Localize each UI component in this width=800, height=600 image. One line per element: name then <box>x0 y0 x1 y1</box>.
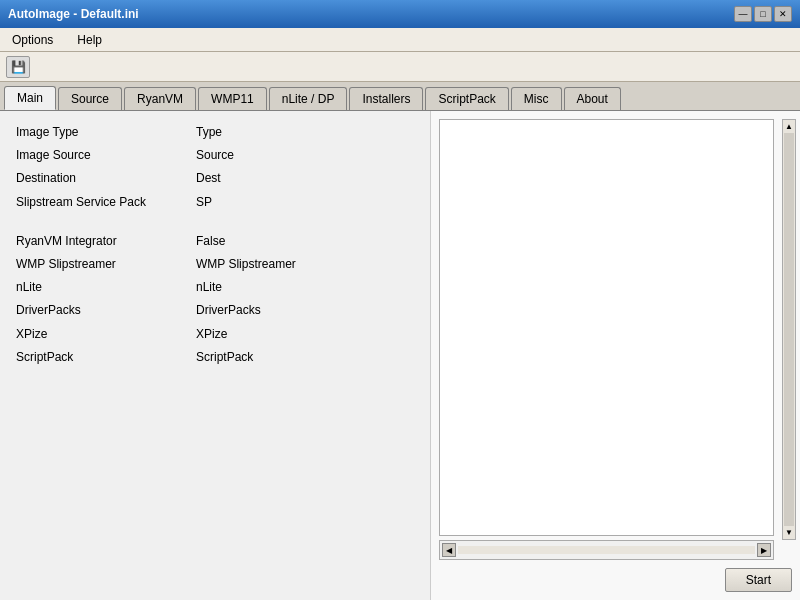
scroll-track-x[interactable] <box>458 546 755 554</box>
tab-bar: Main Source RyanVM WMP11 nLite / DP Inst… <box>0 82 800 110</box>
window-title: AutoImage - Default.ini <box>8 7 139 21</box>
row-destination: Destination Dest <box>16 169 414 188</box>
tab-main[interactable]: Main <box>4 86 56 110</box>
label-destination: Destination <box>16 169 196 188</box>
scroll-left-arrow[interactable]: ◀ <box>442 543 456 557</box>
value-image-type: Type <box>196 123 222 142</box>
save-icon: 💾 <box>11 60 26 74</box>
tab-nlite-dp[interactable]: nLite / DP <box>269 87 348 110</box>
value-scriptpack: ScriptPack <box>196 348 253 367</box>
menu-options[interactable]: Options <box>8 31 57 49</box>
log-container: ◀ ▶ <box>431 111 782 564</box>
value-nlite: nLite <box>196 278 222 297</box>
label-slipstream: Slipstream Service Pack <box>16 193 196 212</box>
tab-scriptpack[interactable]: ScriptPack <box>425 87 508 110</box>
left-panel: Image Type Type Image Source Source Dest… <box>0 111 430 600</box>
tab-misc[interactable]: Misc <box>511 87 562 110</box>
value-destination: Dest <box>196 169 221 188</box>
row-xpize: XPize XPize <box>16 325 414 344</box>
row-scriptpack: ScriptPack ScriptPack <box>16 348 414 367</box>
tab-about[interactable]: About <box>564 87 621 110</box>
start-btn-area: Start <box>431 564 800 600</box>
scroll-right-arrow[interactable]: ▶ <box>757 543 771 557</box>
menu-bar: Options Help <box>0 28 800 52</box>
tab-content: Image Type Type Image Source Source Dest… <box>0 110 800 600</box>
label-scriptpack: ScriptPack <box>16 348 196 367</box>
row-slipstream: Slipstream Service Pack SP <box>16 193 414 212</box>
row-image-source: Image Source Source <box>16 146 414 165</box>
value-image-source: Source <box>196 146 234 165</box>
label-image-type: Image Type <box>16 123 196 142</box>
save-button[interactable]: 💾 <box>6 56 30 78</box>
value-slipstream: SP <box>196 193 212 212</box>
label-xpize: XPize <box>16 325 196 344</box>
scroll-thumb[interactable] <box>784 133 794 526</box>
close-button[interactable]: ✕ <box>774 6 792 22</box>
log-area[interactable] <box>439 119 774 536</box>
tab-wmp11[interactable]: WMP11 <box>198 87 267 110</box>
value-xpize: XPize <box>196 325 227 344</box>
label-ryanvm: RyanVM Integrator <box>16 232 196 251</box>
label-wmp: WMP Slipstreamer <box>16 255 196 274</box>
row-wmp: WMP Slipstreamer WMP Slipstreamer <box>16 255 414 274</box>
horizontal-scrollbar[interactable]: ◀ ▶ <box>439 540 774 560</box>
row-ryanvm: RyanVM Integrator False <box>16 232 414 251</box>
scroll-up-arrow[interactable]: ▲ <box>785 122 793 131</box>
toolbar: 💾 <box>0 52 800 82</box>
right-panel: ◀ ▶ ▲ ▼ Start <box>430 111 800 600</box>
tab-installers[interactable]: Installers <box>349 87 423 110</box>
label-driverpacks: DriverPacks <box>16 301 196 320</box>
menu-help[interactable]: Help <box>73 31 106 49</box>
scroll-down-arrow[interactable]: ▼ <box>785 528 793 537</box>
start-button[interactable]: Start <box>725 568 792 592</box>
label-nlite: nLite <box>16 278 196 297</box>
minimize-button[interactable]: — <box>734 6 752 22</box>
tab-source[interactable]: Source <box>58 87 122 110</box>
maximize-button[interactable]: □ <box>754 6 772 22</box>
vertical-scrollbar[interactable]: ▲ ▼ <box>782 119 796 540</box>
main-content: Main Source RyanVM WMP11 nLite / DP Inst… <box>0 82 800 600</box>
info-table: Image Type Type Image Source Source Dest… <box>16 123 414 367</box>
row-image-type: Image Type Type <box>16 123 414 142</box>
value-wmp: WMP Slipstreamer <box>196 255 296 274</box>
row-nlite: nLite nLite <box>16 278 414 297</box>
right-panel-inner: ◀ ▶ ▲ ▼ <box>431 111 800 564</box>
value-driverpacks: DriverPacks <box>196 301 261 320</box>
value-ryanvm: False <box>196 232 225 251</box>
row-driverpacks: DriverPacks DriverPacks <box>16 301 414 320</box>
title-bar: AutoImage - Default.ini — □ ✕ <box>0 0 800 28</box>
tab-ryanvm[interactable]: RyanVM <box>124 87 196 110</box>
label-image-source: Image Source <box>16 146 196 165</box>
window-controls: — □ ✕ <box>734 6 792 22</box>
